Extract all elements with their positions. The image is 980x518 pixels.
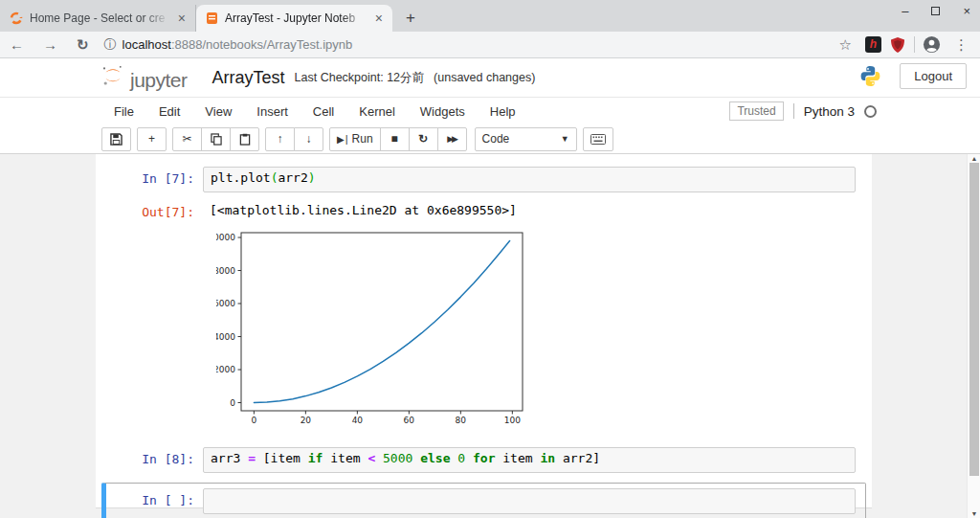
run-icon: ▶ <box>337 134 345 145</box>
menu-insert[interactable]: Insert <box>244 104 301 119</box>
notebook-menubar: File Edit View Insert Cell Kernel Widget… <box>0 97 980 124</box>
notebook-favicon-icon <box>206 11 218 25</box>
code-cell-7[interactable]: In [7]: plt.plot(arr2) Out[7]: [<matplot… <box>101 161 866 436</box>
code-input-empty[interactable] <box>203 488 856 514</box>
svg-text:6000: 6000 <box>216 299 235 308</box>
close-tab-icon[interactable]: × <box>176 11 188 26</box>
svg-text:100: 100 <box>504 416 521 425</box>
matplotlib-figure: 0204060801000200040006000800010000 <box>216 227 532 430</box>
browser-tab-arraytest[interactable]: ArrayTest - Jupyter Noteb × <box>196 5 392 32</box>
cell-type-select[interactable]: Code ▼ <box>475 127 577 151</box>
code-cell-empty-selected[interactable]: In [ ]: <box>101 483 866 518</box>
down-arrow-icon: ↓ <box>306 132 312 146</box>
logout-button[interactable]: Logout <box>900 63 967 89</box>
chevron-down-icon: ▼ <box>561 134 569 144</box>
code-input-8[interactable]: arr3 = [item if item < 5000 else 0 for i… <box>203 447 856 473</box>
address-bar[interactable]: ⓘ localhost:8888/notebooks/ArrayTest.ipy… <box>104 36 834 54</box>
page-info-icon[interactable]: ⓘ <box>104 36 117 54</box>
ublock-shield-icon[interactable] <box>889 36 906 54</box>
restart-kernel-button[interactable]: ↻ <box>409 127 438 151</box>
jupyter-favicon-icon <box>10 11 23 25</box>
extension-h-icon[interactable]: h <box>865 36 881 53</box>
minimize-button[interactable]: – <box>902 4 908 18</box>
output-text-7: [<matplotlib.lines.Line2D at 0x6e899550>… <box>203 200 517 219</box>
kernel-name: Python 3 <box>804 104 855 119</box>
unsaved-status: (unsaved changes) <box>434 71 535 84</box>
url-host: localhost <box>122 37 171 52</box>
checkpoint-status: Last Checkpoint: 12分前 <box>295 70 425 86</box>
svg-text:0: 0 <box>251 416 256 425</box>
jupyter-logo-text: jupyter <box>130 69 188 92</box>
browser-tab-strip: Home Page - Select or cre × ArrayTest - … <box>0 0 980 32</box>
back-icon[interactable]: ← <box>0 36 33 53</box>
notebook-scroll-area: In [7]: plt.plot(arr2) Out[7]: [<matplot… <box>0 154 980 518</box>
run-cell-button[interactable]: ▶| Run <box>329 127 381 151</box>
fast-forward-icon: ▶▶ <box>447 134 457 144</box>
restart-run-all-button[interactable]: ▶▶ <box>437 127 467 151</box>
move-cell-down-button[interactable]: ↓ <box>294 127 323 151</box>
code-cell-8[interactable]: In [8]: arr3 = [item if item < 5000 else… <box>101 441 866 479</box>
svg-text:80: 80 <box>456 416 467 425</box>
svg-text:2000: 2000 <box>216 365 235 374</box>
command-palette-button[interactable] <box>583 127 613 151</box>
scrollbar-thumb[interactable] <box>969 163 979 476</box>
close-window-button[interactable]: × <box>963 4 970 18</box>
divider <box>793 103 794 119</box>
code-input-7[interactable]: plt.plot(arr2) <box>203 167 856 192</box>
python-logo-icon <box>858 64 882 88</box>
url-path: :8888/notebooks/ArrayTest.ipynb <box>171 37 352 52</box>
reload-icon[interactable]: ↻ <box>67 36 99 54</box>
forward-icon[interactable]: → <box>33 36 67 53</box>
kernel-idle-icon <box>864 105 877 118</box>
window-controls: – × <box>902 4 970 18</box>
cut-icon: ✂ <box>182 132 191 146</box>
jupyter-logo-icon <box>101 64 124 87</box>
input-prompt: In [8]: <box>111 447 203 473</box>
move-cell-up-button[interactable]: ↑ <box>265 127 295 151</box>
close-tab-icon[interactable]: × <box>373 11 385 26</box>
save-button[interactable] <box>101 127 131 151</box>
svg-text:20: 20 <box>301 416 312 425</box>
notebook-title[interactable]: ArrayTest <box>212 68 285 88</box>
tab-title: ArrayTest - Jupyter Noteb <box>225 11 367 25</box>
paste-cell-button[interactable] <box>230 127 259 151</box>
divider <box>914 36 915 53</box>
scrollbar-up-icon[interactable]: ▲ <box>968 155 980 162</box>
scrollbar-down-icon[interactable]: ▼ <box>968 510 980 517</box>
add-cell-button[interactable]: + <box>137 127 167 151</box>
jupyter-logo[interactable]: jupyter <box>101 64 188 92</box>
input-prompt: In [7]: <box>111 167 203 192</box>
menu-kernel[interactable]: Kernel <box>346 104 408 119</box>
menu-edit[interactable]: Edit <box>146 104 192 119</box>
up-arrow-icon: ↑ <box>278 132 283 146</box>
new-tab-button[interactable]: + <box>392 9 429 32</box>
notebook-container: In [7]: plt.plot(arr2) Out[7]: [<matplot… <box>96 154 872 508</box>
copy-icon <box>211 133 222 146</box>
menu-help[interactable]: Help <box>478 104 528 119</box>
paste-icon <box>239 133 251 146</box>
menu-view[interactable]: View <box>192 104 244 119</box>
profile-avatar-icon[interactable] <box>923 35 941 54</box>
keyboard-icon <box>590 134 606 145</box>
svg-text:10000: 10000 <box>216 233 235 242</box>
svg-text:0: 0 <box>230 398 235 408</box>
menu-cell[interactable]: Cell <box>301 104 346 119</box>
output-prompt: Out[7]: <box>111 200 203 219</box>
interrupt-kernel-button[interactable]: ■ <box>380 127 410 151</box>
bookmark-star-icon[interactable]: ☆ <box>834 36 858 54</box>
maximize-button[interactable] <box>931 7 940 15</box>
browser-tab-home[interactable]: Home Page - Select or cre × <box>0 5 196 32</box>
svg-text:40: 40 <box>352 416 364 425</box>
input-prompt: In [ ]: <box>111 488 203 514</box>
restart-icon: ↻ <box>418 132 428 146</box>
browser-scrollbar[interactable]: ▲ ▼ <box>967 154 980 518</box>
run-label: Run <box>352 132 373 146</box>
menu-file[interactable]: File <box>101 104 146 119</box>
menu-widgets[interactable]: Widgets <box>408 104 478 119</box>
copy-cell-button[interactable] <box>201 127 231 151</box>
trusted-badge: Trusted <box>729 101 783 121</box>
svg-text:8000: 8000 <box>216 266 235 276</box>
browser-menu-icon[interactable]: ⋮ <box>948 36 974 54</box>
cut-cell-button[interactable]: ✂ <box>172 127 202 151</box>
navbar-right: ☆ h ⋮ <box>834 35 974 54</box>
